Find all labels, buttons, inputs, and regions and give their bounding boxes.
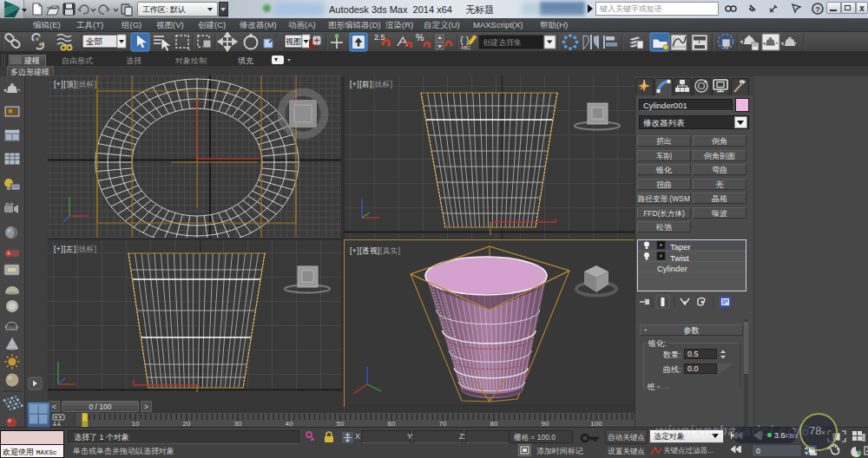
svg-text:%: % <box>416 32 424 43</box>
svg-text:创建选择集: 创建选择集 <box>483 38 522 47</box>
svg-text:全部: 全部 <box>86 36 102 46</box>
svg-text:视图: 视图 <box>286 37 301 46</box>
svg-text:?: ? <box>815 5 820 14</box>
svg-text:{ }: { } <box>460 35 470 45</box>
svg-text:ABC: ABC <box>461 45 470 50</box>
